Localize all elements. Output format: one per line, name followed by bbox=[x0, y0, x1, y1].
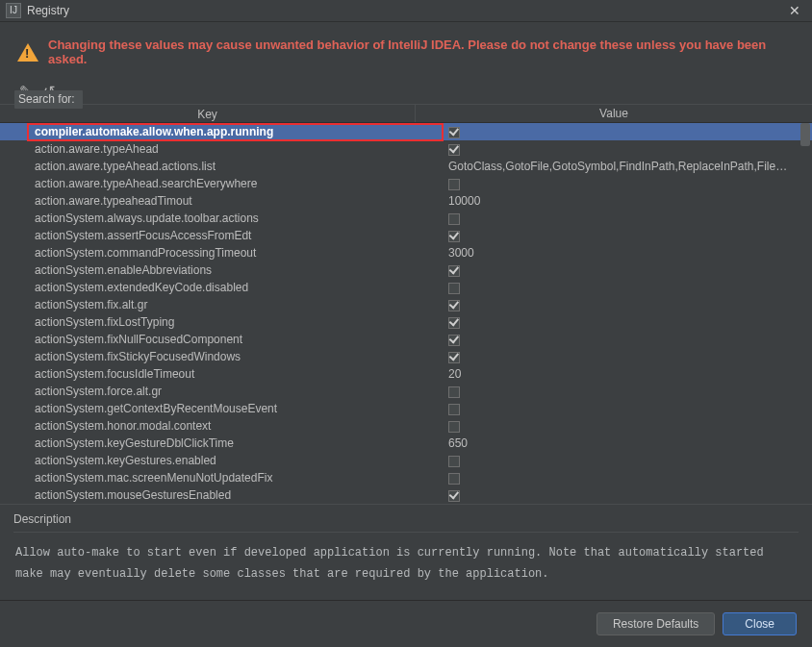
key-cell: actionSystem.fixStickyFocusedWindows bbox=[0, 350, 416, 363]
value-cell[interactable] bbox=[416, 333, 812, 346]
value-cell[interactable] bbox=[416, 212, 812, 225]
value-cell[interactable] bbox=[416, 298, 812, 311]
app-icon: IJ bbox=[6, 3, 21, 18]
table-row[interactable]: action.aware.typeAhead.searchEverywhere bbox=[0, 175, 812, 192]
checkbox[interactable] bbox=[448, 456, 460, 467]
table-row[interactable]: actionSystem.honor.modal.context bbox=[0, 417, 812, 435]
value-cell[interactable]: 3000 bbox=[416, 246, 812, 260]
key-cell: actionSystem.fixNullFocusedComponent bbox=[0, 333, 416, 346]
key-cell: actionSystem.focusIdleTimeout bbox=[0, 367, 416, 381]
key-cell: actionSystem.commandProcessingTimeout bbox=[0, 246, 416, 260]
description-label: Description bbox=[13, 512, 799, 533]
key-cell: actionSystem.honor.modal.context bbox=[0, 419, 416, 433]
toolbar: ✎ ↺ bbox=[0, 83, 812, 104]
checkbox[interactable] bbox=[448, 473, 460, 485]
checkbox[interactable] bbox=[448, 335, 460, 346]
checkbox[interactable] bbox=[448, 127, 460, 138]
close-icon[interactable]: ✕ bbox=[783, 3, 806, 18]
table-body[interactable]: compiler.automake.allow.when.app.running… bbox=[0, 123, 812, 504]
value-cell[interactable] bbox=[416, 402, 812, 415]
checkbox[interactable] bbox=[448, 300, 460, 311]
description-body: Allow auto-make to start even if develop… bbox=[13, 533, 799, 600]
search-label[interactable]: Search for: bbox=[14, 90, 83, 109]
table-row[interactable]: actionSystem.keyGestureDblClickTime650 bbox=[0, 435, 812, 452]
table-row[interactable]: actionSystem.fixNullFocusedComponent bbox=[0, 331, 812, 348]
key-cell: actionSystem.enableAbbreviations bbox=[0, 263, 416, 277]
checkbox[interactable] bbox=[448, 317, 460, 329]
table-row[interactable]: action.aware.typeAhead.actions.listGotoC… bbox=[0, 158, 812, 175]
key-cell: actionSystem.always.update.toolbar.actio… bbox=[0, 212, 416, 225]
table-row[interactable]: actionSystem.extendedKeyCode.disabled bbox=[0, 279, 812, 296]
registry-dialog: IJ Registry ✕ Changing these values may … bbox=[0, 0, 812, 647]
value-cell[interactable]: GotoClass,GotoFile,GotoSymbol,FindInPath… bbox=[416, 160, 812, 173]
value-cell[interactable] bbox=[416, 281, 812, 294]
value-cell[interactable] bbox=[416, 350, 812, 363]
checkbox[interactable] bbox=[448, 386, 460, 398]
checkbox[interactable] bbox=[448, 179, 460, 190]
table-header: Key Value bbox=[0, 104, 812, 123]
titlebar: IJ Registry ✕ bbox=[0, 0, 812, 22]
table-row[interactable]: actionSystem.fixLostTyping bbox=[0, 313, 812, 331]
table-row[interactable]: compiler.automake.allow.when.app.running bbox=[0, 123, 812, 140]
checkbox[interactable] bbox=[448, 352, 460, 363]
table-row[interactable]: actionSystem.commandProcessingTimeout300… bbox=[0, 244, 812, 261]
key-cell: action.aware.typeAhead bbox=[0, 142, 416, 156]
checkbox[interactable] bbox=[448, 490, 460, 502]
key-cell: actionSystem.keyGestures.enabled bbox=[0, 454, 416, 467]
close-button[interactable]: Close bbox=[723, 612, 797, 635]
table-row[interactable]: actionSystem.assertFocusAccessFromEdt bbox=[0, 227, 812, 244]
table-row[interactable]: action.aware.typeAhead bbox=[0, 140, 812, 158]
checkbox[interactable] bbox=[448, 231, 460, 242]
key-cell: actionSystem.fixLostTyping bbox=[0, 315, 416, 329]
table-row[interactable]: actionSystem.fixStickyFocusedWindows bbox=[0, 348, 812, 365]
table-row[interactable]: actionSystem.fix.alt.gr bbox=[0, 296, 812, 313]
checkbox[interactable] bbox=[448, 404, 460, 415]
description-section: Description Allow auto-make to start eve… bbox=[0, 504, 812, 600]
value-cell[interactable] bbox=[416, 315, 812, 329]
dialog-title: Registry bbox=[27, 4, 783, 17]
table-row[interactable]: actionSystem.force.alt.gr bbox=[0, 383, 812, 400]
scrollbar[interactable] bbox=[799, 123, 810, 504]
key-cell: action.aware.typeaheadTimout bbox=[0, 194, 416, 208]
scrollbar-thumb[interactable] bbox=[800, 123, 810, 146]
key-cell: actionSystem.assertFocusAccessFromEdt bbox=[0, 229, 416, 242]
value-cell[interactable] bbox=[416, 385, 812, 398]
value-cell[interactable] bbox=[416, 419, 812, 433]
table-row[interactable]: actionSystem.always.update.toolbar.actio… bbox=[0, 210, 812, 227]
value-cell[interactable] bbox=[416, 177, 812, 190]
table-row[interactable]: actionSystem.focusIdleTimeout20 bbox=[0, 365, 812, 383]
key-cell: actionSystem.force.alt.gr bbox=[0, 385, 416, 398]
checkbox[interactable] bbox=[448, 421, 460, 433]
warning-text: Changing these values may cause unwanted… bbox=[48, 37, 795, 67]
value-cell[interactable] bbox=[416, 454, 812, 467]
table-row[interactable]: actionSystem.enableAbbreviations bbox=[0, 261, 812, 279]
table-row[interactable]: action.aware.typeaheadTimout10000 bbox=[0, 192, 812, 210]
value-cell[interactable] bbox=[416, 471, 812, 485]
key-cell: actionSystem.keyGestureDblClickTime bbox=[0, 436, 416, 450]
warning-banner: Changing these values may cause unwanted… bbox=[0, 22, 812, 83]
checkbox[interactable] bbox=[448, 265, 460, 277]
value-cell[interactable] bbox=[416, 125, 812, 138]
checkbox[interactable] bbox=[448, 213, 460, 225]
table-row[interactable]: actionSystem.mac.screenMenuNotUpdatedFix bbox=[0, 469, 812, 486]
checkbox[interactable] bbox=[448, 144, 460, 156]
table-row[interactable]: actionSystem.getContextByRecentMouseEven… bbox=[0, 400, 812, 417]
restore-defaults-button[interactable]: Restore Defaults bbox=[596, 612, 715, 635]
checkbox[interactable] bbox=[448, 283, 460, 294]
value-cell[interactable]: 20 bbox=[416, 367, 812, 381]
value-cell[interactable] bbox=[416, 488, 812, 502]
key-cell: action.aware.typeAhead.searchEverywhere bbox=[0, 177, 416, 190]
dialog-footer: Restore Defaults Close bbox=[0, 600, 812, 647]
value-cell[interactable]: 10000 bbox=[416, 194, 812, 208]
value-cell[interactable] bbox=[416, 229, 812, 242]
table-row[interactable]: actionSystem.mouseGesturesEnabled bbox=[0, 486, 812, 504]
key-cell: actionSystem.mouseGesturesEnabled bbox=[0, 488, 416, 502]
value-cell[interactable]: 650 bbox=[416, 436, 812, 450]
key-cell: action.aware.typeAhead.actions.list bbox=[0, 160, 416, 173]
key-cell: actionSystem.mac.screenMenuNotUpdatedFix bbox=[0, 471, 416, 485]
table-row[interactable]: actionSystem.keyGestures.enabled bbox=[0, 452, 812, 469]
column-header-value[interactable]: Value bbox=[416, 104, 812, 123]
key-cell: actionSystem.getContextByRecentMouseEven… bbox=[0, 402, 416, 415]
value-cell[interactable] bbox=[416, 142, 812, 156]
value-cell[interactable] bbox=[416, 263, 812, 277]
